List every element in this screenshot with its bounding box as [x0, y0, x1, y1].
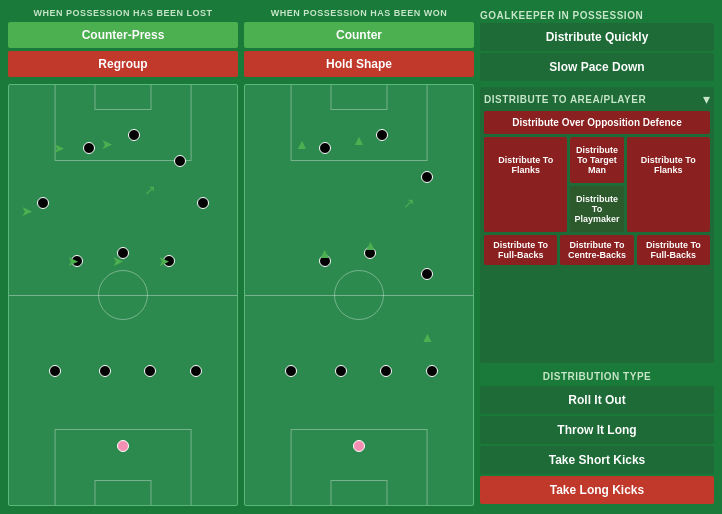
dist-to-flanks-right[interactable]: Distribute To Flanks [627, 137, 710, 232]
gk-section: GOALKEEPER IN POSSESSION Distribute Quic… [480, 8, 714, 83]
dist-to-centrebacks[interactable]: Distribute To Centre-Backs [560, 235, 633, 265]
gk-title: GOALKEEPER IN POSSESSION [480, 8, 714, 23]
main-container: WHEN POSSESSION HAS BEEN LOST Counter-Pr… [0, 0, 722, 514]
distribute-quickly-button[interactable]: Distribute Quickly [480, 23, 714, 51]
counter-press-button[interactable]: Counter-Press [8, 22, 238, 48]
right-panel: GOALKEEPER IN POSSESSION Distribute Quic… [480, 8, 714, 506]
dist-middle-col: Distribute To Target Man Distribute To P… [570, 137, 623, 232]
dist-to-fullbacks-right[interactable]: Distribute To Full-Backs [637, 235, 710, 265]
take-short-kicks-button[interactable]: Take Short Kicks [480, 446, 714, 474]
possession-lost-field: ➤ ➤ ➤ ➤ ➤ ↗ ➤ [8, 84, 238, 506]
dist-to-fullbacks-left[interactable]: Distribute To Full-Backs [484, 235, 557, 265]
dist-area-title: DISTRIBUTE TO AREA/PLAYER [484, 94, 646, 105]
possession-won-field: ▲ ▲ ▲ ▲ ▲ ↗ [244, 84, 474, 506]
distribution-type-section: DISTRIBUTION TYPE Roll It Out Throw It L… [480, 367, 714, 506]
slow-pace-button[interactable]: Slow Pace Down [480, 53, 714, 81]
dist-to-playmaker[interactable]: Distribute To Playmaker [570, 186, 623, 232]
distribute-area-section: DISTRIBUTE TO AREA/PLAYER ▾ Distribute O… [480, 87, 714, 363]
throw-it-long-button[interactable]: Throw It Long [480, 416, 714, 444]
dist-middle-row: Distribute To Flanks Distribute To Targe… [484, 137, 710, 232]
dist-bottom-row: Distribute To Full-Backs Distribute To C… [484, 235, 710, 265]
possession-won-title: WHEN POSSESSION HAS BEEN WON [244, 8, 474, 18]
possession-lost-title: WHEN POSSESSION HAS BEEN LOST [8, 8, 238, 18]
dist-over-opposition[interactable]: Distribute Over Opposition Defence [484, 111, 710, 134]
chevron-down-icon[interactable]: ▾ [703, 91, 710, 107]
take-long-kicks-button[interactable]: Take Long Kicks [480, 476, 714, 504]
dist-to-flanks-left[interactable]: Distribute To Flanks [484, 137, 567, 232]
regroup-button[interactable]: Regroup [8, 51, 238, 77]
hold-shape-button[interactable]: Hold Shape [244, 51, 474, 77]
dist-area-header: DISTRIBUTE TO AREA/PLAYER ▾ [484, 91, 710, 107]
dist-type-title: DISTRIBUTION TYPE [480, 371, 714, 382]
possession-lost-panel: WHEN POSSESSION HAS BEEN LOST Counter-Pr… [8, 8, 238, 506]
roll-it-out-button[interactable]: Roll It Out [480, 386, 714, 414]
possession-won-panel: WHEN POSSESSION HAS BEEN WON Counter Hol… [244, 8, 474, 506]
dist-to-target-man[interactable]: Distribute To Target Man [570, 137, 623, 183]
counter-button[interactable]: Counter [244, 22, 474, 48]
